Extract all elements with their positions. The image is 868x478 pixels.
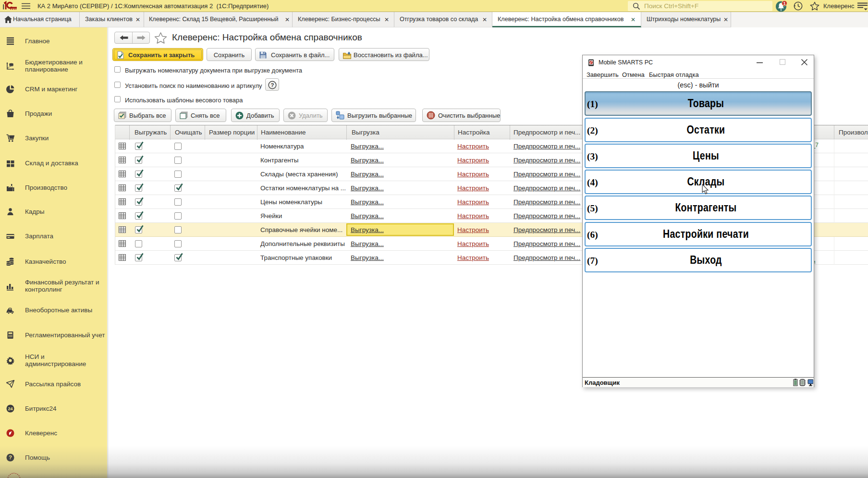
svg-text:?: ? <box>9 454 12 460</box>
svg-text:?: ? <box>270 82 274 88</box>
svg-text:1: 1 <box>783 1 786 6</box>
svg-text:24: 24 <box>8 406 12 411</box>
